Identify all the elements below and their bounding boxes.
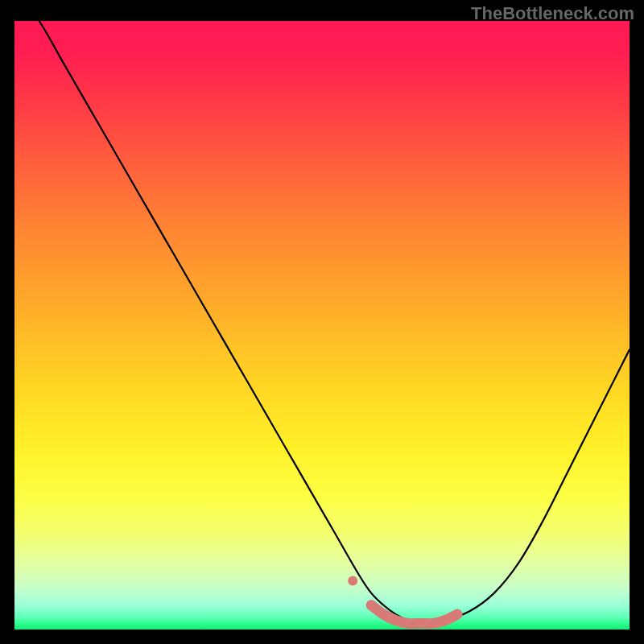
highlight-dot <box>348 576 357 586</box>
chart-frame: TheBottleneck.com <box>0 0 644 644</box>
curve-layer <box>14 21 630 630</box>
bottleneck-curve-path <box>14 21 630 624</box>
plot-area <box>14 21 630 630</box>
watermark-text: TheBottleneck.com <box>471 3 634 24</box>
highlight-segment-path <box>371 605 457 624</box>
